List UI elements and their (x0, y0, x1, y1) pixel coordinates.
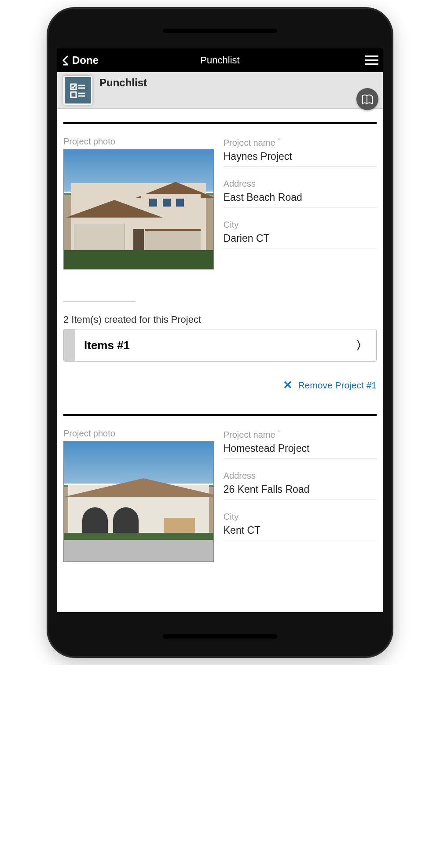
photo-underline (63, 301, 136, 302)
photo-label: Project photo (63, 137, 214, 147)
module-title: Punchlist (99, 77, 147, 89)
back-button[interactable]: Done (62, 54, 99, 66)
address-value: East Beach Road (224, 192, 377, 207)
menu-button[interactable] (365, 55, 378, 65)
project-card: Project photo (63, 137, 377, 302)
city-value: Kent CT (224, 524, 377, 540)
chevron-right-icon: 〉 (356, 338, 376, 353)
phone-speaker (163, 29, 277, 33)
remove-project-label: Remove Project #1 (298, 380, 377, 391)
project-name-field[interactable]: Project name * Haynes Project (224, 137, 377, 166)
city-field[interactable]: City Kent CT (224, 512, 377, 540)
photo-label: Project photo (63, 428, 214, 439)
chevron-left-icon (62, 55, 70, 66)
project-card: Project photo Project name * (63, 428, 377, 561)
phone-frame: Done Punchlist Punch (48, 9, 392, 656)
punchlist-icon (63, 76, 92, 105)
content-area[interactable]: Project photo (57, 109, 383, 612)
section-divider (63, 414, 377, 416)
project-name-value: Homestead Project (224, 443, 377, 458)
project-name-field[interactable]: Project name * Homestead Project (224, 428, 377, 458)
back-label: Done (72, 54, 99, 66)
book-icon (362, 94, 373, 104)
project-photo[interactable] (63, 149, 214, 270)
drag-handle-icon (64, 329, 75, 361)
guide-button[interactable] (356, 88, 378, 110)
module-header: Punchlist (57, 72, 383, 109)
city-value: Darien CT (224, 233, 377, 248)
top-bar: Done Punchlist (57, 48, 383, 72)
address-value: 26 Kent Falls Road (224, 484, 377, 499)
address-field[interactable]: Address 26 Kent Falls Road (224, 471, 377, 499)
address-field[interactable]: Address East Beach Road (224, 179, 377, 207)
section-divider (63, 122, 377, 124)
items-button-label: Items #1 (75, 339, 356, 352)
phone-speaker-bottom (163, 634, 277, 639)
close-icon: ✕ (283, 378, 293, 392)
screen-title: Punchlist (57, 55, 383, 66)
city-field[interactable]: City Darien CT (224, 220, 377, 248)
remove-project-button[interactable]: ✕ Remove Project #1 (63, 378, 377, 392)
items-count-label: 2 Item(s) created for this Project (63, 314, 377, 325)
svg-rect-3 (71, 92, 76, 97)
hamburger-icon (365, 55, 378, 57)
project-name-value: Haynes Project (224, 151, 377, 166)
items-button[interactable]: Items #1 〉 (63, 329, 377, 362)
app-screen: Done Punchlist Punch (57, 48, 383, 612)
project-photo[interactable] (63, 441, 214, 561)
